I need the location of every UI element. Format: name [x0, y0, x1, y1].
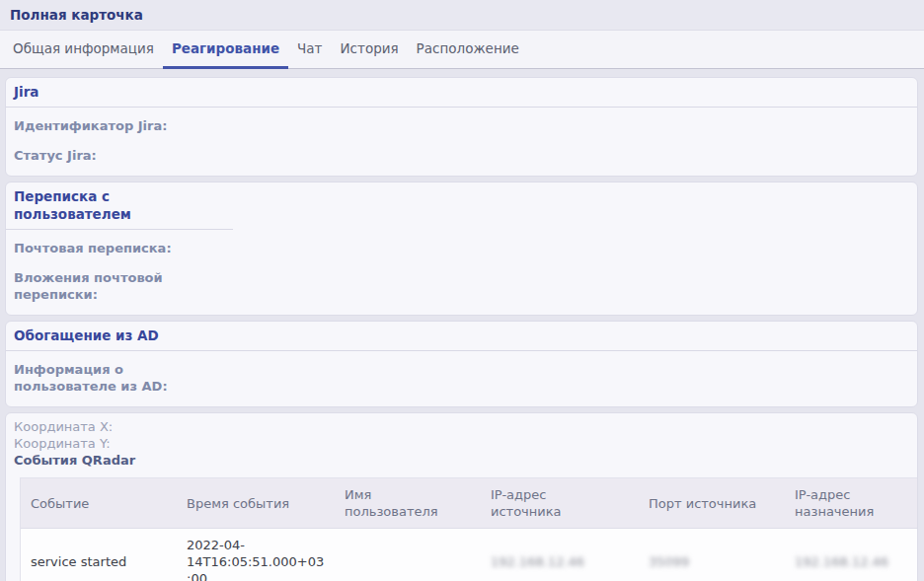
field-jira-status: Статус Jira: — [14, 147, 909, 164]
section-jira-title: Jira — [6, 78, 917, 108]
field-ad-user-info-label: Информация о пользователе из AD: — [14, 361, 221, 395]
cell-destination-ip: 192.168.12.46 — [785, 529, 918, 581]
section-user-correspondence-title: Переписка с пользователем — [6, 182, 233, 230]
field-mail-attachments: Вложения почтовой переписки: — [14, 269, 909, 303]
response-tab-content: Jira Идентификатор Jira: Статус Jira: Пе… — [0, 69, 924, 581]
section-qradar-events: Координата X: Координата Y: События QRad… — [5, 412, 918, 581]
field-jira-status-label: Статус Jira: — [14, 147, 221, 164]
column-header-event-time[interactable]: Время события — [177, 478, 335, 528]
section-ad-enrichment-title: Обогащение из AD — [6, 322, 917, 351]
tab-general-info[interactable]: Общая информация — [4, 31, 163, 69]
tab-history[interactable]: История — [332, 31, 408, 69]
section-jira: Jira Идентификатор Jira: Статус Jira: — [5, 77, 918, 177]
tab-location[interactable]: Расположение — [408, 31, 528, 69]
cell-username — [335, 529, 481, 581]
column-header-destination-ip[interactable]: IP-адрес назначения — [785, 478, 918, 528]
section-ad-enrichment: Обогащение из AD Информация о пользовате… — [5, 321, 918, 407]
column-header-source-port[interactable]: Порт источника — [639, 478, 785, 528]
field-mail-correspondence: Почтовая переписка: — [14, 240, 909, 256]
cell-event: service started — [21, 529, 177, 581]
table-header-row: Событие Время события Имя пользователя I… — [21, 478, 918, 529]
page-title: Полная карточка — [10, 7, 143, 23]
section-user-correspondence: Переписка с пользователем Почтовая переп… — [5, 182, 918, 316]
field-jira-id: Идентификатор Jira: — [14, 117, 909, 134]
field-ad-user-info: Информация о пользователе из AD: — [14, 361, 909, 395]
cell-source-ip: 192.168.12.46 — [481, 529, 639, 581]
tab-response[interactable]: Реагирование — [163, 31, 288, 69]
tab-bar: Общая информация Реагирование Чат Истори… — [0, 31, 924, 69]
column-header-username[interactable]: Имя пользователя — [335, 478, 481, 528]
cell-source-port: 35099 — [639, 529, 785, 581]
qradar-events-title: События QRadar — [14, 452, 917, 469]
coordinate-y-label: Координата Y: — [14, 436, 917, 453]
table-row[interactable]: service started 2022-04-14T16:05:51.000+… — [21, 529, 918, 581]
field-jira-id-label: Идентификатор Jira: — [14, 117, 221, 134]
column-header-source-ip[interactable]: IP-адрес источника — [481, 478, 639, 528]
window-title-bar: Полная карточка — [0, 0, 924, 31]
field-mail-correspondence-label: Почтовая переписка: — [14, 240, 221, 256]
tab-chat[interactable]: Чат — [288, 31, 331, 69]
qradar-events-table: Событие Время события Имя пользователя I… — [20, 477, 918, 581]
full-card-page: Полная карточка Общая информация Реагиро… — [0, 0, 924, 581]
coordinate-x-label: Координата X: — [14, 419, 917, 436]
column-header-event[interactable]: Событие — [21, 478, 177, 528]
field-mail-attachments-label: Вложения почтовой переписки: — [14, 269, 221, 303]
cell-event-time: 2022-04-14T16:05:51.000+03:00 — [177, 529, 335, 581]
